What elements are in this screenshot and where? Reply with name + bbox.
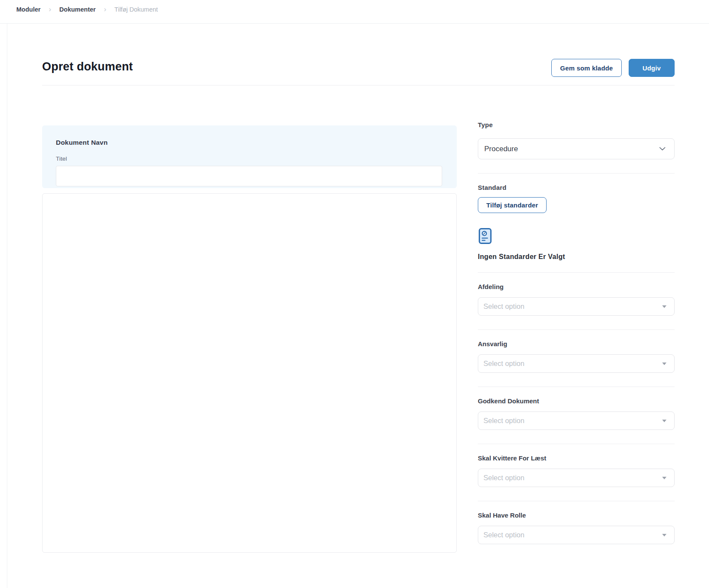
title-field-label: Titel — [56, 155, 443, 162]
standard-document-search-icon — [479, 228, 492, 244]
afdeling-select-placeholder: Select option — [483, 302, 524, 311]
add-standards-button[interactable]: Tilføj standarder — [478, 197, 547, 213]
afdeling-select[interactable]: Select option — [478, 297, 675, 316]
no-standards-selected-text: Ingen Standarder Er Valgt — [478, 253, 675, 261]
skal-have-rolle-select-placeholder: Select option — [483, 531, 524, 539]
document-editor-area[interactable] — [42, 193, 457, 553]
publish-button[interactable]: Udgiv — [629, 59, 675, 77]
title-input[interactable] — [56, 166, 442, 186]
breadcrumb-separator-icon: › — [104, 6, 107, 13]
skal-kvittere-for-laest-select-placeholder: Select option — [483, 474, 524, 482]
document-name-section-title: Dokument Navn — [56, 139, 443, 146]
godkend-dokument-label: Godkend Dokument — [478, 398, 675, 404]
section-divider — [478, 387, 675, 387]
save-draft-button[interactable]: Gem som kladde — [551, 59, 622, 77]
type-select[interactable]: Procedure — [478, 138, 675, 159]
godkend-dokument-select-placeholder: Select option — [483, 417, 524, 425]
afdeling-label: Afdeling — [478, 283, 675, 290]
caret-down-icon — [662, 363, 666, 365]
document-settings-sidebar: Type Procedure Standard Tilføj standarde… — [478, 122, 675, 544]
caret-down-icon — [662, 305, 666, 308]
ansvarlig-select[interactable]: Select option — [478, 354, 675, 373]
section-divider — [478, 444, 675, 444]
skal-have-rolle-label: Skal Have Rolle — [478, 512, 675, 518]
caret-down-icon — [662, 477, 666, 479]
breadcrumb-moduler[interactable]: Moduler — [16, 6, 40, 13]
breadcrumb: Moduler › Dokumenter › Tilføj Dokument — [16, 6, 709, 13]
skal-kvittere-for-laest-label: Skal Kvittere For Læst — [478, 455, 675, 461]
skal-have-rolle-select[interactable]: Select option — [478, 526, 675, 544]
section-divider — [478, 501, 675, 501]
caret-down-icon — [662, 534, 666, 536]
ansvarlig-select-placeholder: Select option — [483, 360, 524, 368]
page-left-border — [7, 0, 7, 588]
page-title: Opret dokument — [42, 60, 133, 73]
skal-kvittere-for-laest-select[interactable]: Select option — [478, 469, 675, 487]
standard-label: Standard — [478, 184, 675, 191]
breadcrumb-current-page: Tilføj Dokument — [114, 6, 158, 13]
ansvarlig-label: Ansvarlig — [478, 341, 675, 347]
breadcrumb-dokumenter[interactable]: Dokumenter — [59, 6, 96, 13]
chevron-down-icon — [659, 147, 666, 151]
breadcrumb-separator-icon: › — [49, 6, 51, 13]
section-divider — [478, 272, 675, 273]
breadcrumb-bar: Moduler › Dokumenter › Tilføj Dokument — [0, 0, 709, 24]
godkend-dokument-select[interactable]: Select option — [478, 411, 675, 430]
section-divider — [478, 329, 675, 330]
caret-down-icon — [662, 420, 666, 422]
header-divider — [42, 85, 675, 85]
document-name-card: Dokument Navn Titel — [42, 125, 457, 188]
type-select-value: Procedure — [484, 145, 518, 153]
type-label: Type — [478, 122, 675, 128]
section-divider — [478, 173, 675, 174]
